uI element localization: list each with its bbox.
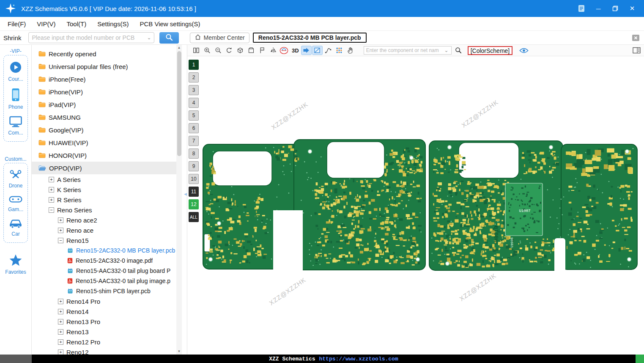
tree-item[interactable]: +Reno13 [32, 327, 181, 337]
search-button[interactable] [159, 32, 179, 44]
expand-plus-icon[interactable]: + [58, 299, 63, 304]
chevron-down-icon[interactable]: ⌄ [444, 47, 451, 53]
sidebar-item-game[interactable]: Gam... [8, 195, 23, 212]
flag-flip-icon[interactable] [257, 46, 267, 55]
chevron-down-icon[interactable]: ⌄ [147, 35, 153, 41]
layers-panel-icon[interactable] [633, 47, 641, 54]
tree-item[interactable]: HONOR(VIP) [32, 149, 181, 162]
close-tab-icon[interactable] [632, 34, 640, 41]
menu-item-pcbviewsettingss[interactable]: PCB View settings(S) [134, 20, 206, 28]
sidebar-item-phone[interactable]: Phone [8, 88, 23, 110]
tree-item[interactable]: Universal popular files (free) [32, 60, 181, 73]
expand-plus-icon[interactable]: + [58, 329, 63, 335]
tree-item[interactable]: Reno15-AAC332-0 tail plug board P [32, 266, 181, 276]
layer-button-all[interactable]: ALL [189, 212, 199, 222]
layer-button-5[interactable]: 5 [189, 110, 199, 121]
tab-pcb-file[interactable]: Reno15-2AC332-0 MB PCB layer.pcb [253, 33, 367, 43]
collapse-panel-icon[interactable]: ◂ [184, 190, 187, 198]
expand-plus-icon[interactable]: + [58, 309, 63, 314]
layer-button-9[interactable]: 9 [189, 161, 199, 171]
pcb-board-view[interactable]: U1007U100698010XZZ@XZZHKXZZ@XZZHKXZZ@XZZ… [187, 56, 644, 355]
minimize-button[interactable]: ─ [593, 3, 603, 14]
tree-item[interactable]: −Reno15 [32, 235, 181, 245]
package-box-icon[interactable] [235, 46, 245, 55]
menu-item-settingss[interactable]: Settings(S) [92, 20, 134, 28]
tree-item[interactable]: +Reno ace2 [32, 215, 181, 225]
tree-item[interactable]: iPhone(VIP) [32, 85, 181, 98]
tree-item[interactable]: +R Series [32, 195, 181, 205]
scroll-up-icon[interactable]: ▲ [176, 45, 182, 51]
zoom-in-icon[interactable] [202, 46, 212, 55]
expand-plus-icon[interactable]: + [58, 228, 63, 233]
clipboard-icon[interactable] [576, 3, 586, 14]
tree-item[interactable]: Reno15-2AC332-0 MB PCB layer.pcb [32, 245, 181, 256]
tree-item[interactable]: Google(VIP) [32, 124, 181, 136]
export-box-icon[interactable] [246, 46, 256, 55]
tree-item[interactable]: SAMSUNG [32, 111, 181, 124]
tree-item[interactable]: OPPO(VIP) [32, 162, 181, 174]
pan-hand-icon[interactable] [345, 46, 356, 55]
expand-plus-icon[interactable]: + [58, 319, 63, 324]
layer-button-8[interactable]: 8 [189, 148, 199, 159]
expand-plus-icon[interactable]: + [49, 187, 54, 192]
layer-button-2[interactable]: 2 [189, 72, 199, 82]
eye-icon[interactable] [519, 47, 529, 54]
scrollbar-thumb[interactable] [177, 51, 181, 156]
expand-plus-icon[interactable]: + [49, 177, 54, 182]
collapse-minus-icon[interactable]: − [49, 207, 54, 213]
layer-button-3[interactable]: 3 [189, 85, 199, 95]
status-url[interactable]: https://www.xzztools.com [319, 356, 398, 362]
rotate-icon[interactable] [224, 46, 234, 55]
tree-item[interactable]: −Reno Series [32, 205, 181, 215]
tree-item[interactable]: +Reno14 Pro [32, 296, 181, 306]
threed-button[interactable]: 3D [292, 47, 299, 54]
component-search-icon[interactable] [455, 47, 462, 54]
component-search-combo[interactable]: ⌄ [364, 46, 452, 55]
layer-button-7[interactable]: 7 [189, 136, 199, 146]
tree-item[interactable]: +Reno14 [32, 306, 181, 316]
mirror-flip-icon[interactable] [268, 46, 278, 55]
maximize-button[interactable] [610, 3, 620, 14]
sidebar-item-favorites[interactable]: Favorites [5, 254, 26, 275]
shrink-button[interactable]: Shrink [3, 34, 22, 41]
dot-grid-icon[interactable] [334, 46, 345, 55]
menu-item-filef[interactable]: File(F) [2, 20, 31, 28]
sidebar-item-drone[interactable]: Drone [9, 169, 23, 189]
tree-item[interactable]: +Reno12 Pro [32, 337, 181, 347]
model-search-combo[interactable]: ⌄ [28, 32, 154, 43]
tree-item[interactable]: +K Series [32, 184, 181, 195]
tree-item[interactable]: HUAWEI(VIP) [32, 136, 181, 149]
split-view-icon[interactable] [191, 46, 201, 55]
sidebar-item-computer[interactable]: Com... [8, 116, 23, 136]
diagonal-box-icon[interactable] [312, 46, 323, 55]
colorscheme-button[interactable]: [ColorScheme] [468, 46, 513, 55]
layer-button-6[interactable]: 6 [189, 123, 199, 133]
resize-corner[interactable] [636, 355, 644, 363]
tree-item[interactable]: +A Series [32, 174, 181, 184]
zoom-out-icon[interactable] [213, 46, 223, 55]
pcb-canvas[interactable]: U1007U100698010XZZ@XZZHKXZZ@XZZHKXZZ@XZZ… [187, 56, 644, 355]
tree-item[interactable]: +Reno13 Pro [32, 316, 181, 327]
expand-plus-icon[interactable]: + [49, 197, 54, 203]
tree-scrollbar[interactable]: ▲ ▼ [176, 45, 182, 355]
tree-item[interactable]: +Reno ace [32, 225, 181, 235]
model-search-input[interactable] [29, 34, 147, 41]
layer-button-11[interactable]: 11 [189, 187, 199, 197]
layer-button-10[interactable]: 10 [189, 174, 199, 184]
tree-item[interactable]: iPhone(Free) [32, 73, 181, 85]
curve-tool-icon[interactable] [323, 46, 334, 55]
layer-button-4[interactable]: 4 [189, 98, 199, 108]
expand-plus-icon[interactable]: + [58, 217, 63, 223]
lens-section-icon[interactable] [279, 46, 289, 55]
scroll-down-icon[interactable]: ▼ [176, 349, 182, 355]
component-search-input[interactable] [364, 47, 444, 53]
tree-item[interactable]: Recently opened [32, 47, 181, 60]
expand-plus-icon[interactable]: + [58, 339, 63, 345]
expand-plus-icon[interactable]: + [58, 349, 63, 355]
tree-item[interactable]: Reno15-AAC332-0 tail plug image.p [32, 276, 181, 286]
layer-button-12[interactable]: 12 [189, 199, 199, 209]
tree-item[interactable]: Reno15-2AC332-0 image.pdf [32, 256, 181, 266]
sidebar-item-course[interactable]: Cour... [8, 61, 23, 82]
menu-item-toolt[interactable]: Tool(T) [61, 20, 92, 28]
tree-item[interactable]: iPad(VIP) [32, 98, 181, 111]
